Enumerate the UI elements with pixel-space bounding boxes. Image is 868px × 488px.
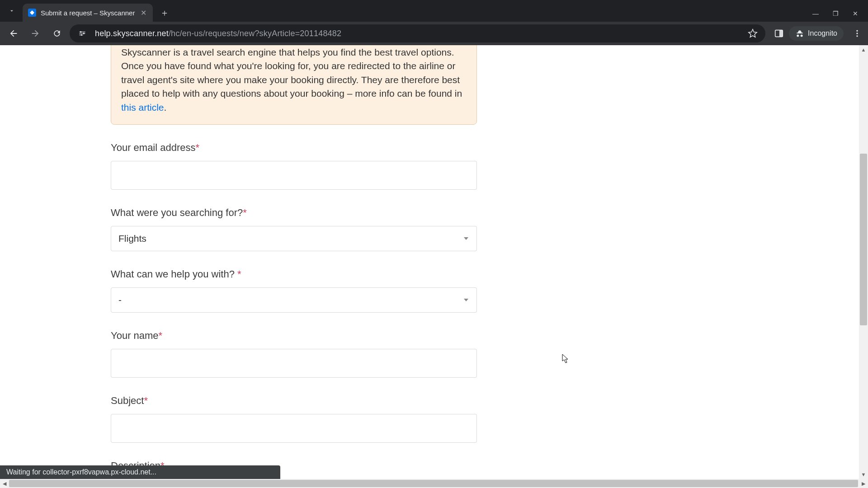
tab-close-button[interactable]: ✕ <box>139 9 147 17</box>
svg-rect-4 <box>779 30 783 37</box>
field-help-topic: What can we help you with? * - <box>111 268 477 313</box>
window-controls: ― ❐ ✕ <box>811 10 868 17</box>
help-topic-label: What can we help you with? * <box>111 268 477 280</box>
horizontal-scrollbar[interactable]: ◀ ▶ <box>0 479 868 488</box>
form-content: Skyscanner is a travel search engine tha… <box>111 45 477 488</box>
search-type-value: Flights <box>118 233 146 244</box>
info-notice: Skyscanner is a travel search engine tha… <box>111 45 477 125</box>
notice-text-after: . <box>164 102 167 113</box>
email-label: Your email address* <box>111 142 477 154</box>
url-host: help.skyscanner.net <box>95 29 169 38</box>
subject-label: Subject* <box>111 395 477 407</box>
status-text: Waiting for collector-pxrf8vapwa.px-clou… <box>6 468 156 476</box>
browser-tab[interactable]: Submit a request – Skyscanner ✕ <box>23 4 153 22</box>
field-email: Your email address* <box>111 142 477 190</box>
bookmark-icon[interactable] <box>746 27 759 40</box>
scroll-right-icon[interactable]: ▶ <box>859 479 868 488</box>
field-subject: Subject* <box>111 395 477 443</box>
search-type-label: What were you searching for?* <box>111 207 477 219</box>
tabs-dropdown-button[interactable] <box>4 3 20 19</box>
incognito-label: Incognito <box>808 29 837 38</box>
svg-point-7 <box>856 35 858 37</box>
maximize-button[interactable]: ❐ <box>831 10 840 17</box>
notice-link[interactable]: this article <box>121 102 164 113</box>
page-viewport: Skyscanner is a travel search engine tha… <box>0 45 868 488</box>
status-bar: Waiting for collector-pxrf8vapwa.px-clou… <box>0 465 280 479</box>
field-name: Your name* <box>111 330 477 378</box>
back-button[interactable] <box>5 24 23 42</box>
svg-point-1 <box>83 33 85 34</box>
vertical-scrollbar[interactable]: ▲ ▼ <box>859 45 868 479</box>
name-input[interactable] <box>111 349 477 378</box>
notice-text-before: Skyscanner is a travel search engine tha… <box>121 47 462 99</box>
svg-point-6 <box>856 33 858 34</box>
svg-point-5 <box>856 30 858 32</box>
close-window-button[interactable]: ✕ <box>851 10 860 17</box>
required-mark: * <box>144 395 148 406</box>
horizontal-scroll-thumb[interactable] <box>9 480 858 487</box>
new-tab-button[interactable]: ＋ <box>156 5 173 21</box>
tab-favicon <box>28 9 36 17</box>
help-topic-value: - <box>118 295 122 305</box>
svg-point-2 <box>81 34 82 36</box>
forward-button[interactable] <box>26 24 44 42</box>
name-label: Your name* <box>111 330 477 342</box>
incognito-icon <box>795 29 804 38</box>
tab-title: Submit a request – Skyscanner <box>41 9 135 17</box>
site-settings-icon[interactable] <box>76 27 89 40</box>
chevron-down-icon <box>464 299 468 301</box>
incognito-indicator[interactable]: Incognito <box>789 26 844 41</box>
help-topic-select[interactable]: - <box>111 287 477 313</box>
scroll-up-icon[interactable]: ▲ <box>859 45 868 54</box>
search-type-select[interactable]: Flights <box>111 226 477 251</box>
required-mark: * <box>159 330 163 341</box>
tab-strip: Submit a request – Skyscanner ✕ ＋ ― ❐ ✕ <box>0 0 868 22</box>
side-panel-icon[interactable] <box>773 27 785 40</box>
svg-point-0 <box>80 31 81 33</box>
address-bar[interactable]: help.skyscanner.net/hc/en-us/requests/ne… <box>70 24 765 42</box>
required-mark: * <box>243 207 247 218</box>
scroll-left-icon[interactable]: ◀ <box>0 479 9 488</box>
url-path: /hc/en-us/requests/new?skyArticle=201148… <box>169 29 341 38</box>
vertical-scroll-thumb[interactable] <box>860 154 867 325</box>
browser-toolbar: help.skyscanner.net/hc/en-us/requests/ne… <box>0 22 868 45</box>
field-search-type: What were you searching for?* Flights <box>111 207 477 251</box>
reload-button[interactable] <box>48 24 66 42</box>
subject-input[interactable] <box>111 414 477 443</box>
required-mark: * <box>237 268 241 280</box>
required-mark: * <box>196 142 200 153</box>
chevron-down-icon <box>464 237 468 240</box>
email-input[interactable] <box>111 161 477 190</box>
scroll-down-icon[interactable]: ▼ <box>859 470 868 479</box>
url-text: help.skyscanner.net/hc/en-us/requests/ne… <box>95 29 341 38</box>
minimize-button[interactable]: ― <box>811 10 820 17</box>
browser-menu-button[interactable] <box>851 27 863 40</box>
